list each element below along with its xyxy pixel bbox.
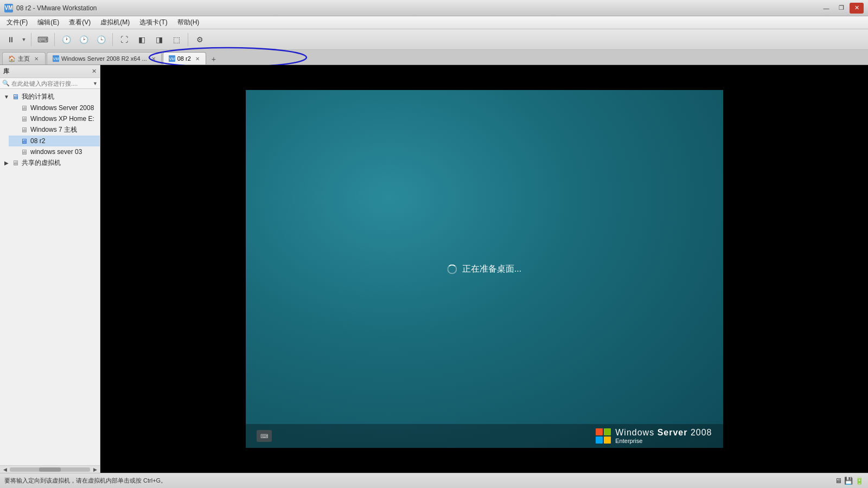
ws-windows-word: Windows: [615, 428, 657, 437]
tree-toggle-win7: [12, 127, 18, 133]
menu-vm[interactable]: 虚拟机(M): [96, 17, 134, 28]
tree-item-winsever03[interactable]: 🖥 windows sever 03: [9, 146, 100, 157]
sidebar: 库 ✕ 🔍 ▼ ▼ 🖥 我的计算机 🖥 Windows Server 2008: [0, 65, 100, 473]
close-button[interactable]: ✕: [850, 3, 864, 14]
shared-icon: 🖥: [11, 159, 20, 168]
window-controls: — ❐ ✕: [819, 3, 864, 14]
send-ctrl-alt-del-button[interactable]: ⌨: [35, 32, 50, 47]
status-network-icon: 🖥: [835, 477, 842, 485]
tree-toggle-winxp: [12, 115, 18, 122]
scroll-left-button[interactable]: ◀: [1, 466, 9, 473]
tree-item-winxp[interactable]: 🖥 Windows XP Home E:: [9, 113, 100, 124]
menu-file[interactable]: 文件(F): [2, 17, 32, 28]
tree-item-08r2[interactable]: 🖥 08 r2: [9, 136, 100, 146]
sidebar-close-button[interactable]: ✕: [92, 68, 97, 75]
08r2-tab-close[interactable]: ✕: [195, 56, 200, 62]
scroll-inner: [39, 467, 61, 472]
tabs-bar: 🏠 主页 ✕ VM Windows Server 2008 R2 x64 ...…: [0, 50, 868, 65]
ws-edition: Enterprise: [615, 438, 712, 444]
tab-08r2[interactable]: VM 08 r2 ✕: [163, 52, 206, 65]
pause-button[interactable]: ⏸: [3, 32, 18, 47]
home-tab-close[interactable]: ✕: [34, 56, 39, 62]
snapshot-button-1[interactable]: 🕐: [59, 32, 74, 47]
vm-screen[interactable]: 正在准备桌面... ⌨ Windows: [100, 65, 868, 473]
sidebar-header: 库 ✕: [0, 65, 100, 78]
sidebar-search-input[interactable]: [11, 80, 93, 87]
ws2008-tab-close[interactable]: ✕: [151, 56, 156, 62]
ws2008-tab-label: Windows Server 2008 R2 x64 ...: [61, 55, 147, 62]
menu-view[interactable]: 查看(V): [65, 17, 95, 28]
08r2-tab-icon: VM: [169, 55, 175, 62]
stretch-button[interactable]: ⬚: [169, 32, 184, 47]
main-layout: 库 ✕ 🔍 ▼ ▼ 🖥 我的计算机 🖥 Windows Server 2008: [0, 65, 868, 473]
tree-children-mycomputer: 🖥 Windows Server 2008 🖥 Windows XP Home …: [0, 102, 100, 157]
win7-label: Windows 7 主栈: [30, 125, 77, 134]
scroll-thumb[interactable]: [10, 467, 90, 472]
status-power-icon: 🔋: [855, 477, 864, 485]
ws-brand-text: Windows Server 2008 Enterprise: [615, 428, 712, 444]
loading-spinner: [447, 264, 457, 274]
pause-dropdown-arrow[interactable]: ▼: [21, 32, 27, 47]
status-tray-area: 🖥 💾 🔋: [835, 477, 864, 485]
tree-item-ws2008[interactable]: 🖥 Windows Server 2008: [9, 102, 100, 113]
title-bar-left: VM 08 r2 - VMware Workstation: [4, 4, 97, 12]
tree-item-win7[interactable]: 🖥 Windows 7 主栈: [9, 124, 100, 136]
fullscreen-button[interactable]: ⛶: [117, 32, 132, 47]
vm-icon-ws2008: 🖥: [20, 104, 28, 112]
toolbar-sep-1: [31, 33, 31, 46]
shared-label: 共享的虚拟机: [22, 158, 61, 168]
snapshot-button-2[interactable]: 🕑: [76, 32, 91, 47]
tab-ws2008[interactable]: VM Windows Server 2008 R2 x64 ... ✕: [47, 52, 162, 65]
ws-year: 2008: [691, 428, 712, 437]
snapshot-button-3[interactable]: 🕒: [93, 32, 108, 47]
computer-icon: 🖥: [11, 93, 20, 101]
status-vm-icon: 💾: [844, 477, 853, 485]
pause-dropdown[interactable]: ▼: [21, 32, 27, 47]
menu-tabs[interactable]: 选项卡(T): [135, 17, 171, 28]
tree-toggle-ws2008: [12, 105, 18, 111]
toolbar-sep-4: [188, 33, 188, 46]
menu-help[interactable]: 帮助(H): [173, 17, 204, 28]
new-tab-button[interactable]: +: [208, 54, 219, 65]
title-bar: VM 08 r2 - VMware Workstation — ❐ ✕: [0, 0, 868, 16]
tree-toggle-shared[interactable]: ▶: [3, 160, 10, 166]
keyboard-button[interactable]: ⌨: [257, 430, 272, 442]
ws-brand-name: Windows Server 2008: [615, 428, 712, 438]
shrink-button[interactable]: ◨: [151, 32, 167, 47]
ws2008-label: Windows Server 2008: [30, 104, 94, 112]
tree-item-mycomputer[interactable]: ▼ 🖥 我的计算机: [0, 91, 100, 102]
tab-home[interactable]: 🏠 主页 ✕: [2, 52, 46, 65]
ws2008-tab-icon: VM: [53, 55, 59, 62]
home-tab-label: 主页: [18, 55, 30, 63]
unity-button[interactable]: ◧: [134, 32, 149, 47]
windows-server-logo: Windows Server 2008 Enterprise: [596, 428, 712, 444]
sidebar-title: 库: [3, 67, 9, 75]
sidebar-horizontal-scrollbar[interactable]: ◀ ▶: [0, 465, 100, 473]
minimize-button[interactable]: —: [819, 3, 833, 14]
mycomputer-label: 我的计算机: [22, 92, 54, 101]
status-text: 要将输入定向到该虚拟机，请在虚拟机内部单击或按 Ctrl+G。: [4, 477, 167, 485]
menu-edit[interactable]: 编辑(E): [33, 17, 63, 28]
flag-q4: [604, 436, 611, 444]
sidebar-search-bar: 🔍 ▼: [0, 78, 100, 89]
windows-flag-icon: [596, 428, 611, 444]
scroll-right-button[interactable]: ▶: [91, 466, 99, 473]
toolbar: ⏸ ▼ ⌨ 🕐 🕑 🕒 ⛶ ◧ ◨ ⬚ ⚙: [0, 29, 868, 50]
tree-item-shared[interactable]: ▶ 🖥 共享的虚拟机: [0, 157, 100, 169]
tree-toggle-mycomputer[interactable]: ▼: [3, 94, 10, 100]
tree-toggle-winsever03: [12, 149, 18, 155]
settings-button[interactable]: ⚙: [192, 32, 207, 47]
content-area: 正在准备桌面... ⌨ Windows: [100, 65, 868, 473]
flag-q1: [596, 428, 603, 435]
flag-q3: [596, 436, 603, 444]
ws-server-word: Server: [658, 428, 688, 437]
sidebar-search-dropdown[interactable]: ▼: [93, 81, 98, 86]
winxp-label: Windows XP Home E:: [30, 115, 94, 123]
menu-bar: 文件(F) 编辑(E) 查看(V) 虚拟机(M) 选项卡(T) 帮助(H): [0, 16, 868, 29]
restore-button[interactable]: ❐: [834, 3, 848, 14]
tree-toggle-08r2: [12, 138, 18, 144]
vm-icon-winsever03: 🖥: [20, 147, 28, 156]
vm-icon-08r2: 🖥: [20, 137, 28, 145]
vm-display[interactable]: 正在准备桌面... ⌨ Windows: [246, 90, 723, 448]
vm-bottom-bar: ⌨ Windows Server 2008: [246, 424, 723, 448]
